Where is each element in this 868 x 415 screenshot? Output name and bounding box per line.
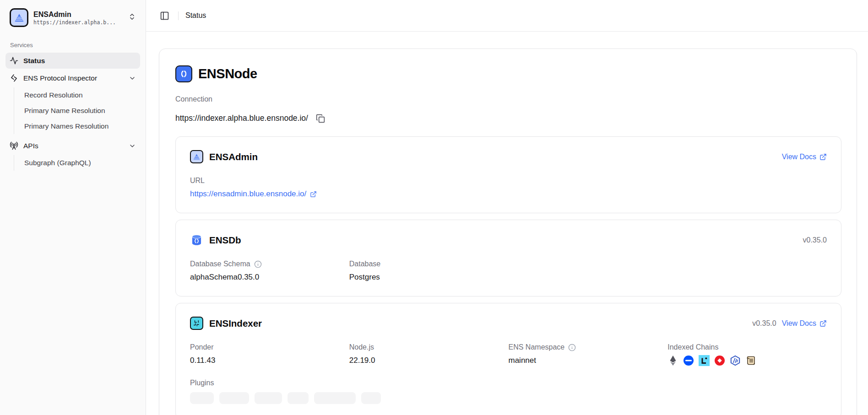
chevrons-up-down-icon xyxy=(128,13,136,22)
copy-icon xyxy=(316,114,325,123)
database-schema-label-text: Database Schema xyxy=(190,260,250,268)
workspace-switcher[interactable]: ENSAdmin https://indexer.alpha.b... xyxy=(6,6,140,29)
sidebar-group-label: Services xyxy=(10,42,136,49)
ensadmin-view-docs-link[interactable]: View Docs xyxy=(782,153,827,161)
radio-tower-icon xyxy=(10,141,18,150)
ensdb-fields: Database Schema alphaSchema0.35.0 Databa… xyxy=(190,260,827,282)
sidebar-app-name: ENSAdmin xyxy=(33,10,123,19)
ens-namespace-label: ENS Namespace xyxy=(509,343,668,351)
breadcrumb: Status xyxy=(185,11,206,20)
sidebar-item-primary-name-resolution[interactable]: Primary Name Resolution xyxy=(14,103,140,119)
sidebar: ENSAdmin https://indexer.alpha.b... Serv… xyxy=(0,0,146,415)
optimism-chain-icon xyxy=(714,355,725,366)
sidebar-subnav-inspector: Record Resolution Primary Name Resolutio… xyxy=(14,87,140,134)
arbitrum-chain-icon xyxy=(730,355,741,366)
plugin-badge xyxy=(219,392,249,404)
ensindexer-card-header: ENSIndexer v0.35.0 View Docs xyxy=(190,317,827,330)
ponder-label: Ponder xyxy=(190,343,349,351)
chevron-down-icon xyxy=(129,142,136,150)
ensindexer-card-title: ENSIndexer xyxy=(209,318,262,329)
sidebar-item-apis[interactable]: APIs xyxy=(5,138,140,154)
ens-namespace-label-text: ENS Namespace xyxy=(509,343,565,351)
nodejs-label: Node.js xyxy=(349,343,509,351)
sidebar-item-label: Status xyxy=(23,57,45,65)
ensdb-card-title: ENSDb xyxy=(209,235,241,246)
plugins-label: Plugins xyxy=(190,379,827,387)
ponder-value: 0.11.43 xyxy=(190,356,349,365)
indexed-chains-label: Indexed Chains xyxy=(667,343,827,351)
ensindexer-view-docs-link[interactable]: View Docs xyxy=(782,319,827,328)
sidebar-item-status[interactable]: Status xyxy=(5,53,140,69)
connection-label: Connection xyxy=(175,95,841,103)
ensadmin-card-logo-icon xyxy=(190,150,203,163)
topbar-separator xyxy=(178,11,179,20)
plugin-badge xyxy=(255,392,282,404)
linea-chain-icon xyxy=(699,355,710,366)
ensadmin-fields: URL https://ensadmin.blue.ensnode.io/ xyxy=(190,177,827,199)
plugin-badge xyxy=(361,392,381,404)
ens-diamond-icon xyxy=(10,74,18,82)
ensdb-card-logo-icon xyxy=(190,233,203,247)
info-icon[interactable] xyxy=(254,260,262,268)
ensadmin-url-text: https://ensadmin.blue.ensnode.io/ xyxy=(190,189,306,199)
sidebar-item-primary-names-resolution[interactable]: Primary Names Resolution xyxy=(14,119,140,134)
database-schema-value: alphaSchema0.35.0 xyxy=(190,273,349,282)
ensdb-version: v0.35.0 xyxy=(803,236,827,244)
external-link-icon xyxy=(819,153,827,161)
plugin-badge xyxy=(288,392,309,404)
external-link-icon xyxy=(310,191,317,198)
copy-button[interactable] xyxy=(316,114,325,123)
app-root: ENSAdmin https://indexer.alpha.b... Serv… xyxy=(0,0,868,415)
indexed-chains-row xyxy=(667,355,827,366)
connection-url: https://indexer.alpha.blue.ensnode.io/ xyxy=(175,113,308,123)
ensdb-card-header: ENSDb v0.35.0 xyxy=(190,233,827,247)
sidebar-item-label: APIs xyxy=(23,142,38,150)
external-link-icon xyxy=(819,320,827,327)
connection-row: https://indexer.alpha.blue.ensnode.io/ xyxy=(175,113,841,123)
ensindexer-card-logo-icon xyxy=(190,317,203,330)
ensindexer-card: ENSIndexer v0.35.0 View Docs Ponder xyxy=(175,303,841,415)
ensadmin-url-link[interactable]: https://ensadmin.blue.ensnode.io/ xyxy=(190,189,317,199)
ens-namespace-value: mainnet xyxy=(509,356,668,365)
plugin-badge xyxy=(314,392,356,404)
ensadmin-logo-icon xyxy=(10,8,28,27)
view-docs-label: View Docs xyxy=(782,319,816,328)
ensnode-header: ENSNode xyxy=(175,65,841,82)
ensadmin-card-header: ENSAdmin View Docs xyxy=(190,150,827,163)
sidebar-item-label: ENS Protocol Inspector xyxy=(23,74,97,82)
database-schema-label: Database Schema xyxy=(190,260,349,268)
sidebar-toggle-button[interactable] xyxy=(158,9,171,22)
url-label: URL xyxy=(190,177,349,185)
sidebar-nav: Status ENS Protocol Inspector Record Res… xyxy=(0,53,146,171)
ensindexer-version: v0.35.0 xyxy=(752,319,776,328)
ensnode-card: ENSNode Connection https://indexer.alpha… xyxy=(159,49,857,415)
ensadmin-card-title: ENSAdmin xyxy=(209,151,258,162)
view-docs-label: View Docs xyxy=(782,153,816,161)
database-label: Database xyxy=(349,260,509,268)
ensnode-logo-icon xyxy=(175,65,192,82)
sidebar-item-ens-protocol-inspector[interactable]: ENS Protocol Inspector xyxy=(5,70,140,86)
info-icon[interactable] xyxy=(568,344,576,351)
plugin-badge xyxy=(190,392,214,404)
panel-left-icon xyxy=(160,11,169,21)
base-chain-icon xyxy=(683,355,694,366)
sidebar-subnav-apis: Subgraph (GraphQL) xyxy=(14,155,140,171)
nodejs-value: 22.19.0 xyxy=(349,356,509,365)
chevron-down-icon xyxy=(129,75,136,82)
sidebar-item-subgraph-graphql[interactable]: Subgraph (GraphQL) xyxy=(14,155,140,171)
ethereum-chain-icon xyxy=(667,355,678,366)
scroll-chain-icon xyxy=(745,355,756,366)
database-value: Postgres xyxy=(349,273,509,282)
content: ENSNode Connection https://indexer.alpha… xyxy=(146,32,868,415)
ensdb-card: ENSDb v0.35.0 Database Schema xyxy=(175,220,841,296)
activity-icon xyxy=(10,56,18,65)
sidebar-item-record-resolution[interactable]: Record Resolution xyxy=(14,87,140,103)
ensindexer-fields: Ponder 0.11.43 Node.js 22.19.0 ENS Names… xyxy=(190,343,827,366)
topbar: Status xyxy=(146,0,868,32)
ensadmin-card: ENSAdmin View Docs URL xyxy=(175,136,841,213)
page-title: ENSNode xyxy=(198,66,257,81)
main-area: Status ENSNode Connection https://indexe… xyxy=(146,0,868,415)
sidebar-connection-url: https://indexer.alpha.b... xyxy=(33,19,120,26)
plugins-badges xyxy=(190,392,827,404)
